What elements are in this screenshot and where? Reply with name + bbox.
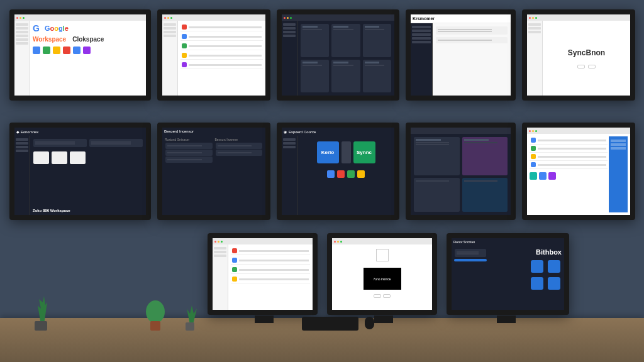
plant-icon (179, 302, 201, 331)
app-icon[interactable] (43, 47, 50, 54)
thumb[interactable] (70, 151, 86, 164)
row[interactable] (231, 266, 310, 274)
header-title: Ftenor Sncnten (453, 240, 475, 244)
dashboard-card[interactable] (331, 24, 360, 57)
action-button[interactable] (588, 65, 596, 69)
monitor-google-workspace: G Google Workspace Clokspace (9, 9, 151, 101)
list-item[interactable] (180, 33, 263, 41)
tool-icon[interactable] (337, 170, 345, 178)
feature-icon[interactable] (548, 277, 560, 290)
app-icon[interactable] (53, 47, 60, 54)
svg-point-1 (146, 300, 165, 323)
list-item[interactable] (180, 52, 263, 60)
kerio-logo: Kerio (317, 141, 339, 163)
footer-brand: Zoko 886 Workspace (33, 209, 143, 212)
item[interactable] (165, 156, 213, 163)
monitor-stand (374, 315, 393, 323)
monitor-besoerd: Besoerd Incensor Rosiond Snisacer Bessor… (157, 123, 270, 220)
row[interactable] (231, 247, 310, 255)
thumb[interactable] (33, 151, 49, 164)
item[interactable] (165, 150, 213, 156)
list-item[interactable] (180, 23, 263, 31)
stat-card[interactable] (414, 137, 460, 175)
header: ◆ Eonomnex (14, 128, 146, 136)
dashboard-card[interactable] (363, 24, 391, 57)
clokspace-label: Clokspace (72, 36, 104, 43)
stat-card[interactable] (414, 178, 460, 212)
panel-card (436, 26, 508, 35)
monitor-video: 7ono inkince (327, 233, 437, 315)
panel-card (436, 37, 508, 43)
stat-card[interactable] (462, 137, 508, 175)
file-row[interactable] (530, 145, 608, 153)
feature-icon[interactable] (548, 260, 560, 273)
file-row[interactable] (530, 153, 608, 161)
video-player[interactable]: 7ono inkince (364, 268, 401, 290)
file-row[interactable] (530, 161, 608, 169)
item[interactable] (165, 143, 213, 149)
app-icons-row (33, 47, 143, 54)
workspace-label: Workspace (33, 36, 66, 43)
action-button[interactable] (577, 65, 585, 69)
feature-icon[interactable] (531, 260, 543, 273)
info-card (455, 249, 486, 257)
monitor-kerio-sync: ◉Espoerd Coorce Kerio Synnc (277, 123, 399, 220)
tool-icon[interactable] (347, 170, 355, 178)
header: Krsmomer (411, 14, 511, 23)
item[interactable] (216, 150, 263, 156)
grid-icon[interactable] (530, 172, 537, 180)
title: Espoerd Coorce (289, 130, 316, 134)
svg-rect-2 (150, 321, 160, 331)
side-panel (609, 136, 628, 212)
row[interactable] (231, 256, 310, 265)
content-card (33, 139, 87, 147)
app-icon[interactable] (33, 47, 40, 54)
title: Besoerd Incensor (164, 129, 194, 133)
plant-icon (142, 296, 170, 331)
monitor-zoko-workspace: ◆ Eonomnex Zoko 886 Workspace (9, 123, 151, 220)
row[interactable] (231, 275, 310, 283)
thumb[interactable] (52, 151, 67, 164)
monitor-zoho (208, 233, 318, 315)
brand-label: Krsmomer (413, 16, 435, 21)
file-row[interactable] (530, 136, 608, 145)
content-card (89, 139, 143, 147)
monitor-syncbnon: SyncBnon (522, 9, 635, 101)
dashboard-card[interactable] (301, 24, 329, 57)
monitor-stand (255, 315, 274, 323)
feature-icon[interactable] (531, 277, 543, 290)
sidebar (14, 21, 30, 96)
monitor-admin-panel: Krsmomer (406, 9, 516, 101)
sync-logo: Synnc (353, 141, 375, 163)
grid-icon[interactable] (539, 172, 547, 180)
control-button[interactable] (383, 294, 391, 298)
keyboard-icon (302, 317, 358, 331)
dashboard-card[interactable] (301, 60, 329, 93)
app-icon[interactable] (63, 47, 70, 54)
tool-icon[interactable] (327, 170, 335, 178)
plant-icon (25, 293, 57, 331)
preview-icon (376, 249, 389, 261)
dashboard-card[interactable] (331, 60, 360, 93)
list-item[interactable] (180, 61, 263, 69)
item[interactable] (216, 143, 263, 149)
stat-card[interactable] (462, 178, 508, 212)
col-header: Rosiond Snisacer (165, 138, 213, 141)
tool-icon[interactable] (357, 170, 365, 178)
col-header: Bessord Isarene (215, 138, 264, 141)
monitor-analytics (406, 123, 516, 220)
browser-chrome (14, 14, 146, 21)
monitor-stand (497, 315, 516, 323)
app-icon[interactable] (83, 47, 91, 54)
syncbnon-logo: SyncBnon (568, 48, 605, 57)
bithbox-logo: Bithbox (530, 248, 562, 256)
grid-icon[interactable] (548, 172, 556, 180)
list-item[interactable] (180, 42, 263, 50)
app-icon[interactable] (73, 47, 80, 54)
cta-button[interactable] (454, 259, 487, 261)
dashboard-card[interactable] (363, 60, 391, 93)
monitor-list-app (157, 9, 270, 101)
monitor-bithbox: Ftenor Sncnten Bithbox (447, 233, 569, 315)
monitor-files (522, 123, 635, 220)
control-button[interactable] (374, 294, 381, 298)
